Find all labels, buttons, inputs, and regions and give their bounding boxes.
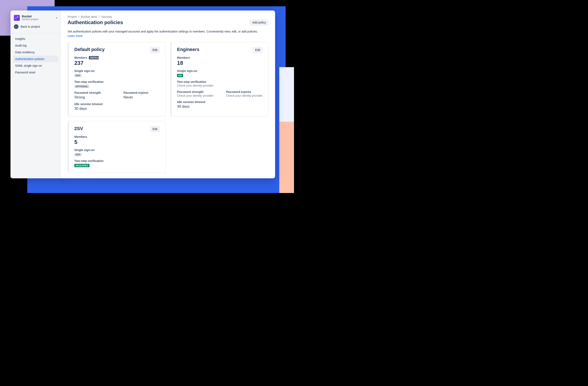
pw-strength-label: Password strength (177, 90, 213, 94)
status-badge: OFF (74, 74, 82, 77)
edit-policy-button[interactable]: Edit (150, 47, 160, 53)
breadcrumb-sep: / (79, 15, 79, 19)
twostep-label: Two-step verification (74, 159, 160, 163)
idle-value: 30 days (177, 104, 263, 109)
project-name: Rocket (22, 15, 54, 18)
members-count: 5 (74, 139, 160, 145)
app-window: Rocket Service project ▾ ← Back to proje… (10, 10, 275, 178)
members-count: 18 (177, 60, 263, 66)
policy-card: 2SV Edit Members 5 Single sign-on OFF Tw… (68, 121, 166, 173)
pw-expires-value: Never (124, 95, 160, 99)
status-badge: OFF (74, 153, 82, 156)
rocket-icon (14, 15, 20, 21)
pw-strength-value: Strong (74, 95, 111, 99)
decorative-bg (279, 122, 294, 193)
status-badge: ON (177, 74, 183, 77)
members-label: Members (74, 135, 160, 138)
edit-policy-button[interactable]: Edit (253, 47, 263, 53)
policy-card: Default policy Edit Members DEFAULT 237 … (68, 42, 166, 116)
add-policy-button[interactable]: Add policy (250, 19, 268, 26)
sidebar-item[interactable]: Authentication policies (13, 56, 58, 62)
idle-value: 30 days (74, 107, 160, 111)
status-badge: REQUIRED (74, 164, 89, 167)
twostep-label: Two-step verification (177, 80, 263, 83)
pw-strength-value: Check your identity provider (177, 94, 213, 97)
subtitle-text: Set authentication policies with your ma… (68, 30, 258, 33)
back-to-project[interactable]: ← Back to project (13, 24, 58, 32)
breadcrumb-link[interactable]: Project (68, 15, 77, 19)
sso-label: Single sign-on (74, 69, 160, 73)
learn-more-link[interactable]: Learn more (68, 34, 83, 38)
project-subtitle: Service project (22, 18, 54, 21)
sidebar-item[interactable]: SAML single sign-on (13, 62, 58, 69)
policy-title: 2SV (74, 126, 83, 131)
idle-label: Idle session timeout (177, 100, 263, 104)
breadcrumb-sep: / (99, 15, 100, 19)
status-badge: DEFAULT (89, 56, 99, 59)
policy-title: Engineers (177, 47, 199, 52)
sso-label: Single sign-on (74, 148, 160, 152)
sidebar-item[interactable]: Data residency (13, 49, 58, 56)
page-title: Authentication policies (68, 19, 123, 25)
policy-title: Default policy (74, 47, 105, 52)
main-content: Project / Rocket desk / Security Authent… (61, 10, 275, 178)
policy-card: Engineers Edit Members 18 Single sign-on… (170, 42, 268, 116)
status-badge: OPTIONAL (74, 85, 89, 88)
members-label: Members (177, 56, 263, 59)
sidebar: Rocket Service project ▾ ← Back to proje… (10, 10, 61, 178)
sidebar-nav: InsightsAudit logData residencyAuthentic… (13, 36, 58, 76)
breadcrumb-link[interactable]: Rocket desk (81, 15, 97, 19)
breadcrumb: Project / Rocket desk / Security (68, 15, 268, 19)
sidebar-item[interactable]: Password reset (13, 69, 58, 76)
page-subtitle: Set authentication policies with your ma… (68, 29, 261, 38)
divider (10, 33, 61, 33)
project-switcher[interactable]: Rocket Service project ▾ (13, 15, 58, 24)
policy-cards: Default policy Edit Members DEFAULT 237 … (68, 42, 268, 173)
twostep-label: Two-step verification (74, 80, 160, 83)
sidebar-item[interactable]: Insights (13, 36, 58, 42)
project-text: Rocket Service project (22, 15, 54, 21)
edit-policy-button[interactable]: Edit (150, 126, 160, 132)
members-label: Members DEFAULT (74, 56, 160, 59)
members-count: 237 (74, 60, 160, 66)
sidebar-item[interactable]: Audit log (13, 42, 58, 49)
idle-label: Idle session timeout (74, 102, 160, 106)
sso-label: Single sign-on (177, 69, 263, 73)
pw-strength-label: Password strength (74, 91, 111, 94)
arrow-left-icon: ← (14, 24, 19, 29)
breadcrumb-link[interactable]: Security (101, 15, 112, 19)
pw-expires-label: Password expires (124, 91, 160, 94)
pw-expires-value: Check your identity provider (226, 94, 263, 97)
chevron-down-icon: ▾ (56, 16, 57, 19)
pw-expires-label: Password expires (226, 90, 263, 94)
twostep-value: Check your identity provider (177, 84, 263, 87)
back-label: Back to project (21, 25, 40, 28)
